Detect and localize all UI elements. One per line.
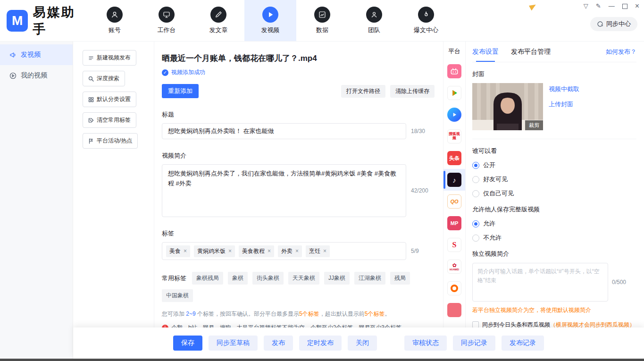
common-tag[interactable]: JJ象棋	[324, 272, 350, 285]
close-icon[interactable]: ×	[635, 3, 639, 9]
haokan-video-icon	[447, 108, 461, 122]
upload-status: ✓ 视频添加成功	[162, 68, 436, 76]
close-button[interactable]: 关闭	[348, 336, 377, 351]
nav-data[interactable]: 数据	[296, 0, 348, 41]
save-disallow-radio[interactable]: 不允许	[472, 234, 636, 242]
independent-desc-label: 独立视频简介	[472, 250, 636, 258]
feedback-icon[interactable]: ✎	[596, 3, 601, 9]
minimize-icon[interactable]: —	[609, 3, 615, 9]
visibility-private-radio[interactable]: 仅自己可见	[472, 189, 636, 198]
crop-button[interactable]: 裁剪	[525, 120, 543, 130]
tab-platform-management[interactable]: 发布平台管理	[511, 42, 551, 62]
capture-from-video-link[interactable]: 视频中截取	[549, 85, 579, 93]
workbench-icon	[159, 7, 175, 23]
cover-label: 封面	[472, 70, 636, 78]
publish-button[interactable]: 发布	[264, 336, 293, 351]
independent-desc-textarea[interactable]	[472, 263, 608, 302]
nav-workbench-label: 工作台	[158, 26, 176, 34]
visibility-friends-radio[interactable]: 好友可见	[472, 175, 636, 184]
tag-label: 美食教程	[242, 247, 265, 255]
sidebar-item-my-videos-label: 我的视频	[21, 71, 47, 80]
sync-records-button[interactable]: 同步记录	[453, 336, 495, 351]
clear-tag-icon	[88, 118, 94, 123]
team-icon	[366, 7, 382, 23]
new-video-publish-button[interactable]: 新建视频发布	[83, 50, 136, 66]
clear-common-tags-label: 清空常用标签	[97, 116, 131, 124]
how-to-publish-link[interactable]: 如何发布？	[606, 48, 636, 56]
desc-counter: 42/200	[411, 187, 428, 194]
sidebar-item-publish-video[interactable]: 发视频	[0, 44, 73, 65]
readd-video-button[interactable]: 重新添加	[162, 84, 199, 98]
platform-douyin[interactable]: ♪	[443, 169, 465, 191]
tag-label: 美食	[169, 247, 181, 255]
platform-more[interactable]	[443, 299, 465, 321]
platform-dayu[interactable]	[443, 277, 465, 299]
scheduled-publish-button[interactable]: 定时发布	[299, 336, 342, 351]
save-allow-radio[interactable]: 允许	[472, 219, 636, 228]
platform-mp[interactable]: MP	[443, 212, 465, 234]
visibility-public-radio[interactable]: 公开	[472, 161, 636, 169]
common-tag[interactable]: 残局	[390, 272, 410, 285]
sync-center-button[interactable]: 同步中心	[590, 17, 637, 31]
default-category-button[interactable]: 默认分类设置	[83, 92, 136, 107]
sync-toutiao-row: 同步到今日头条和西瓜视频（横屏视频才会同步到西瓜视频）	[472, 321, 636, 327]
bilibili-icon	[447, 64, 461, 78]
tab-publish-settings[interactable]: 发布设置	[472, 42, 499, 62]
maximize-icon[interactable]	[622, 4, 627, 9]
common-tag[interactable]: 街头象棋	[252, 272, 284, 285]
nav-hot-center-label: 爆文中心	[414, 26, 438, 34]
open-file-path-button[interactable]: 打开文件路径	[341, 85, 385, 98]
platform-haokan-video[interactable]	[443, 104, 465, 126]
review-status-button[interactable]: 审核状态	[404, 336, 447, 351]
platform-huawei[interactable]: ✿ HUAWEI	[443, 256, 465, 277]
theme-icon[interactable]: ▽	[584, 3, 588, 9]
sidebar-item-my-videos[interactable]: 我的视频	[0, 65, 73, 86]
nav-account[interactable]: 账号	[89, 0, 141, 41]
tag-remove-icon[interactable]: ×	[184, 248, 187, 254]
cover-thumbnail[interactable]: 裁剪	[472, 83, 543, 130]
nav-team[interactable]: 团队	[348, 0, 400, 41]
platform-sina[interactable]: S	[443, 234, 465, 256]
common-tag[interactable]: 中国象棋	[162, 289, 193, 302]
publish-records-button[interactable]: 发布记录	[502, 336, 544, 351]
common-tag[interactable]: 象棋	[228, 272, 248, 285]
sync-to-draft-button[interactable]: 同步至草稿	[209, 336, 258, 351]
platform-tencent-video[interactable]	[443, 82, 465, 104]
platform-toutiao[interactable]: 头条	[443, 147, 465, 169]
save-permission-label: 允许他人保存完整版视频	[472, 205, 636, 214]
tag-remove-icon[interactable]: ×	[228, 248, 232, 254]
dayu-icon	[447, 281, 461, 295]
tags-input[interactable]: 美食× 黄焖鸡米饭× 美食教程× 外卖× 烹饪×	[162, 242, 406, 260]
clear-upload-cache-button[interactable]: 清除上传缓存	[390, 85, 435, 98]
independent-desc-counter: 0/500	[612, 279, 626, 285]
common-tag[interactable]: 象棋残局	[192, 272, 223, 285]
upload-status-label: 视频添加成功	[171, 68, 205, 76]
save-button[interactable]: 保存	[173, 336, 202, 351]
common-tag[interactable]: 江湖象棋	[354, 272, 385, 285]
top-nav: 账号 工作台 发文章 发视频 数据	[89, 0, 452, 41]
mp-icon: MP	[447, 216, 461, 230]
platform-qq-kandian[interactable]: QO	[443, 191, 465, 212]
deep-search-label: 深度搜索	[97, 75, 119, 83]
deep-search-button[interactable]: 深度搜索	[83, 71, 125, 86]
platform-bilibili[interactable]	[443, 60, 465, 82]
tag-remove-icon[interactable]: ×	[268, 248, 271, 254]
platform-activity-button[interactable]: 平台活动/热点	[83, 133, 138, 149]
description-textarea[interactable]: 想吃黄焖鸡别再点外卖了，我们在家也能做，方法很简单#黄焖鸡米饭 #美食 #美食教…	[162, 164, 406, 217]
title-input[interactable]	[162, 123, 406, 139]
upload-cover-link[interactable]: 上传封面	[549, 100, 579, 109]
sync-toutiao-checkbox[interactable]	[472, 321, 479, 327]
tag-remove-icon[interactable]: ×	[295, 248, 299, 254]
platform-sohu-video[interactable]: 搜狐视频	[443, 126, 465, 147]
nav-workbench[interactable]: 工作台	[141, 0, 192, 41]
nav-publish-article[interactable]: 发文章	[192, 0, 244, 41]
tag-label: 外卖	[281, 247, 293, 255]
nav-publish-video[interactable]: 发视频	[244, 0, 296, 41]
clear-common-tags-button[interactable]: 清空常用标签	[83, 112, 136, 128]
nav-hot-center[interactable]: 爆文中心	[400, 0, 452, 41]
tag-remove-icon[interactable]: ×	[323, 248, 326, 254]
visibility-private-label: 仅自己可见	[483, 189, 514, 198]
publish-tabs: 发布设置 发布平台管理 如何发布？	[472, 42, 636, 62]
common-tag[interactable]: 天天象棋	[288, 272, 319, 285]
app-title: 易媒助手	[33, 4, 89, 38]
